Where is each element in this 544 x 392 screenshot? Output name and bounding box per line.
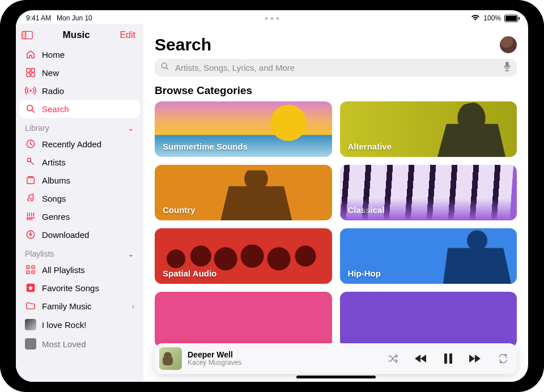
- sidebar-section-playlists[interactable]: Playlists ⌄: [19, 244, 140, 261]
- svg-line-12: [31, 161, 34, 165]
- sidebar-item-family-music[interactable]: Family Music ›: [19, 297, 140, 315]
- previous-button[interactable]: [414, 353, 428, 364]
- sidebar-item-label: Home: [42, 50, 65, 59]
- category-card-hip-hop[interactable]: Hip-Hop: [340, 228, 517, 284]
- sidebar-item-label: Radio: [42, 86, 64, 96]
- battery-icon: [504, 15, 518, 22]
- category-card-alternative[interactable]: Alternative: [340, 101, 517, 157]
- sidebar-item-all-playlists[interactable]: All Playlists: [19, 261, 140, 279]
- playlist-grid-icon: [25, 265, 36, 275]
- svg-point-8: [27, 105, 33, 111]
- star-icon: [25, 283, 36, 293]
- now-playing-bar[interactable]: Deeper Well Kacey Musgraves: [155, 343, 517, 374]
- now-playing-artwork[interactable]: [159, 347, 182, 370]
- svg-rect-28: [505, 62, 509, 67]
- playlist-artwork: [25, 319, 36, 330]
- svg-rect-6: [31, 73, 35, 76]
- sidebar-item-search[interactable]: Search: [19, 100, 140, 118]
- guitar-icon: ABC: [25, 211, 36, 221]
- sidebar-item-home[interactable]: Home: [19, 45, 140, 63]
- category-label: Classical: [348, 205, 385, 215]
- account-avatar[interactable]: [500, 36, 517, 53]
- wifi-icon: [471, 14, 480, 23]
- svg-point-22: [33, 267, 34, 268]
- radio-icon: [25, 86, 36, 96]
- sidebar-item-recently-added[interactable]: Recently Added: [19, 135, 140, 153]
- category-card-partial-1[interactable]: [155, 292, 332, 347]
- now-playing-artist: Kacey Musgraves: [188, 359, 241, 367]
- category-card-classical[interactable]: Classical: [340, 165, 517, 220]
- category-label: Spatial Audio: [163, 269, 216, 278]
- section-label: Library: [25, 123, 49, 133]
- sidebar-item-most-loved[interactable]: Most Loved: [19, 334, 140, 353]
- chevron-right-icon: ›: [132, 302, 134, 310]
- sidebar-item-new[interactable]: New: [19, 63, 140, 82]
- sidebar-toggle-icon[interactable]: [22, 31, 33, 40]
- home-icon: [25, 49, 36, 59]
- sidebar-item-downloaded[interactable]: Downloaded: [19, 225, 140, 244]
- chevron-down-icon: ⌄: [128, 123, 134, 133]
- grid-icon: [25, 67, 36, 78]
- note-icon: [25, 193, 36, 203]
- sidebar-item-label: New: [42, 68, 59, 78]
- sidebar-item-songs[interactable]: Songs: [19, 189, 140, 207]
- category-label: Hip-Hop: [348, 269, 381, 278]
- svg-rect-3: [27, 69, 30, 72]
- sidebar-item-label: Downloaded: [42, 230, 89, 240]
- sidebar-item-label: I love Rock!: [42, 320, 86, 330]
- sidebar-item-radio[interactable]: Radio: [19, 82, 140, 100]
- sidebar-item-albums[interactable]: Albums: [19, 171, 140, 189]
- category-label: Country: [163, 205, 196, 215]
- folder-icon: [25, 301, 36, 311]
- svg-rect-5: [27, 73, 30, 76]
- sidebar-section-library[interactable]: Library ⌄: [19, 118, 140, 135]
- now-playing-title: Deeper Well: [188, 350, 241, 359]
- pause-button[interactable]: [443, 353, 453, 364]
- category-card-spatial-audio[interactable]: Spatial Audio: [155, 228, 332, 284]
- sidebar-item-i-love-rock[interactable]: I love Rock!: [19, 315, 140, 334]
- repeat-button[interactable]: [498, 353, 509, 364]
- status-time: 9:41 AM: [26, 14, 51, 22]
- status-date: Mon Jun 10: [57, 14, 92, 22]
- edit-button[interactable]: Edit: [120, 30, 135, 40]
- category-label: Summertime Sounds: [163, 142, 248, 151]
- svg-text:ABC: ABC: [27, 218, 33, 221]
- category-card-partial-2[interactable]: [340, 292, 517, 347]
- multitasking-dots[interactable]: [265, 17, 279, 20]
- svg-rect-13: [27, 178, 35, 184]
- search-icon: [160, 62, 169, 73]
- svg-rect-4: [31, 69, 35, 72]
- sidebar-item-label: Recently Added: [42, 139, 101, 149]
- album-icon: [25, 175, 36, 185]
- shuffle-button[interactable]: [388, 353, 399, 364]
- svg-point-23: [28, 272, 29, 273]
- next-button[interactable]: [468, 353, 483, 364]
- playlist-artwork: [25, 338, 36, 350]
- mic-icon: [25, 157, 36, 167]
- svg-line-9: [32, 110, 35, 113]
- download-icon: [25, 229, 36, 240]
- search-icon: [25, 104, 36, 114]
- svg-rect-29: [444, 353, 447, 364]
- sidebar-item-genres[interactable]: ABC Genres: [19, 207, 140, 225]
- sidebar-item-label: Most Loved: [42, 339, 86, 349]
- search-bar[interactable]: [155, 59, 517, 76]
- sidebar-item-label: Family Music: [42, 301, 92, 311]
- main-content: Search Browse Categories Summertime So: [143, 24, 528, 382]
- status-bar: 9:41 AM Mon Jun 10 100%: [16, 10, 528, 24]
- sidebar-item-label: Albums: [42, 176, 70, 185]
- sidebar-item-label: Genres: [42, 212, 70, 221]
- home-indicator[interactable]: [296, 376, 376, 378]
- category-card-country[interactable]: Country: [155, 165, 332, 220]
- browse-categories-heading: Browse Categories: [155, 84, 517, 97]
- sidebar-item-label: Songs: [42, 194, 66, 203]
- page-title: Search: [155, 35, 211, 54]
- sidebar-item-favorite-songs[interactable]: Favorite Songs: [19, 279, 140, 297]
- dictation-icon[interactable]: [503, 61, 511, 74]
- battery-percent: 100%: [483, 14, 501, 22]
- search-input[interactable]: [174, 62, 499, 73]
- category-card-summertime[interactable]: Summertime Sounds: [155, 101, 332, 157]
- sidebar-item-artists[interactable]: Artists: [19, 153, 140, 171]
- svg-point-26: [162, 63, 167, 69]
- clock-icon: [25, 139, 36, 149]
